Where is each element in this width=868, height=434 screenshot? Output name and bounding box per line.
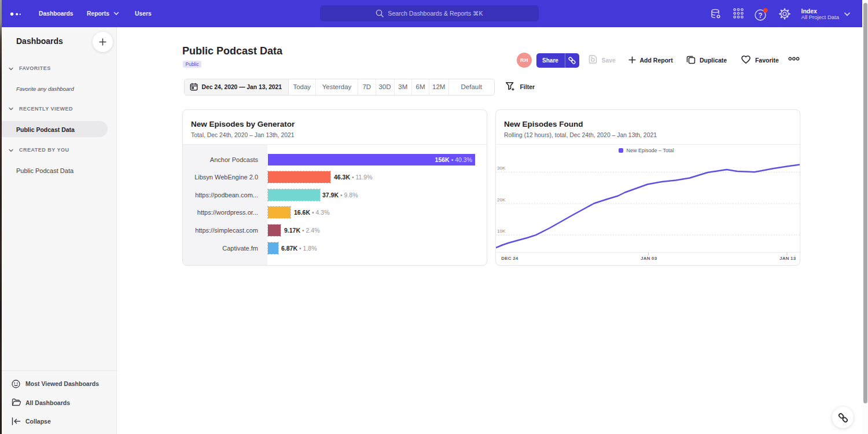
svg-text:?: ? — [758, 12, 762, 20]
